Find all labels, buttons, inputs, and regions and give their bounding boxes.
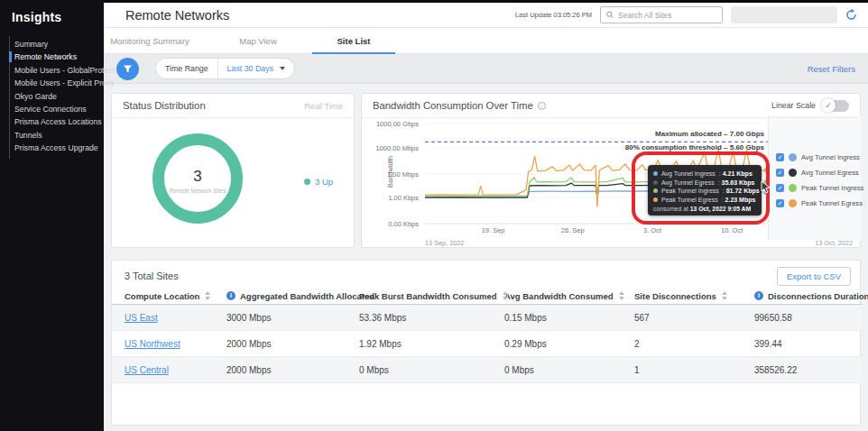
sidebar-item-prisma-access-locations[interactable]: Prisma Access Locations	[14, 115, 104, 128]
sidebar-item-mobile-users-explicit-proxy[interactable]: Mobile Users - Explicit Proxy	[14, 77, 104, 89]
site-count-caption: Remote Network Sites	[152, 188, 243, 194]
checkbox-checked-icon[interactable]	[776, 184, 784, 192]
filter-button[interactable]	[116, 58, 139, 80]
sort-icon[interactable]	[619, 291, 625, 300]
site-link-us-northwest[interactable]: US Northwest	[125, 339, 180, 349]
table-title: 3 Total Sites	[125, 271, 179, 281]
tooltip-series-dot	[653, 171, 658, 176]
export-to-csv-button[interactable]: Export to CSV	[777, 267, 851, 286]
sort-icon[interactable]	[205, 291, 211, 300]
threshold-annotation: 80% consumption threshold – 5.60 Gbps	[625, 143, 764, 151]
app-header: Remote Networks Last Update 03:05:26 PM	[104, 3, 868, 28]
info-icon[interactable]	[226, 291, 235, 300]
col-site-disconnections[interactable]: Site Disconnections	[634, 291, 754, 301]
search-input[interactable]	[618, 11, 716, 20]
sidebar-item-mobile-users-globalprotect[interactable]: Mobile Users - GlobalProtect	[14, 64, 104, 77]
funnel-icon	[123, 64, 133, 74]
sidebar-item-summary[interactable]: Summary	[14, 38, 104, 50]
time-range-pill: Time Range Last 30 Days	[155, 58, 295, 79]
bandwidth-card-header: Bandwidth Consumption Over Time Linear S…	[362, 94, 860, 118]
tab-monitoring-summary[interactable]: Monitoring Summary	[108, 28, 191, 53]
col-avg-bandwidth-consumed[interactable]: Avg Bandwidth Consumed	[504, 291, 634, 301]
status-card-header: Status Distribution Real Time	[112, 94, 354, 118]
y-tick-label: 1000.00 Mbps	[375, 144, 419, 152]
sidebar: Insights Summary Remote Networks Mobile …	[0, 0, 104, 431]
chevron-down-icon[interactable]	[280, 67, 285, 70]
toggle-knob	[821, 98, 836, 113]
table-row: US East 3000 Mbps 53.36 Mbps 0.15 Mbps 5…	[112, 305, 862, 331]
col-compute-location[interactable]: Compute Location	[125, 291, 226, 301]
table-header-row: Compute Location Aggregated Bandwidth Al…	[112, 288, 862, 305]
sort-icon[interactable]	[722, 291, 728, 300]
sites-table: Compute Location Aggregated Bandwidth Al…	[112, 288, 862, 383]
tooltip-series-dot	[653, 197, 658, 202]
table-row: US Central 2000 Mbps 0 Mbps 0 Mbps 1 358…	[112, 357, 862, 383]
site-search[interactable]	[600, 6, 723, 23]
x-range-start-date: 13 Sep, 2022	[425, 239, 464, 247]
series-color-dot	[789, 184, 797, 192]
info-icon[interactable]	[754, 291, 763, 300]
max-allocated-annotation: Maximum allocated – 7.00 Gbps	[655, 130, 764, 138]
status-legend[interactable]: 3 Up	[304, 177, 333, 187]
series-color-dot	[789, 169, 797, 177]
sort-icon[interactable]	[503, 291, 504, 300]
up-status-dot	[304, 179, 310, 185]
sidebar-item-remote-networks[interactable]: Remote Networks	[14, 50, 104, 63]
series-color-dot	[789, 199, 797, 207]
search-icon	[606, 11, 614, 19]
y-axis-title: Bandwidth	[386, 156, 394, 188]
legend-item-peak-tunnel-egress[interactable]: Peak Tunnel Egress	[776, 196, 863, 211]
checkbox-checked-icon[interactable]	[776, 153, 784, 161]
site-link-us-east[interactable]: US East	[125, 313, 158, 323]
x-tick-label: 10. Oct	[721, 226, 743, 234]
legend-item-avg-tunnel-egress[interactable]: Avg Tunnel Egress	[776, 165, 863, 180]
reset-filters-link[interactable]: Reset Filters	[808, 64, 855, 74]
linear-scale-label: Linear Scale	[771, 101, 816, 110]
sidebar-item-tunnels[interactable]: Tunnels	[14, 129, 104, 142]
real-time-badge: Real Time	[304, 101, 343, 111]
col-aggregated-bandwidth-allocated[interactable]: Aggregated Bandwidth Allocated	[226, 291, 359, 301]
x-tick-label: 26. Sep	[561, 226, 585, 234]
y-tick-label: 1000.00 Gbps	[376, 120, 419, 128]
refresh-icon[interactable]	[845, 9, 857, 21]
tooltip-series-dot	[653, 188, 658, 193]
tenant-selector-redacted[interactable]	[731, 6, 837, 23]
checkbox-checked-icon[interactable]	[776, 199, 784, 207]
bandwidth-consumption-card: Bandwidth Consumption Over Time Linear S…	[361, 93, 861, 248]
info-icon[interactable]	[538, 102, 546, 110]
tab-bar: Monitoring Summary Map View Site List	[104, 28, 868, 54]
filter-bar: Time Range Last 30 Days Reset Filters	[104, 54, 868, 84]
tooltip-series-dot	[653, 180, 658, 185]
donut-center: 3 Remote Network Sites	[152, 168, 243, 194]
sidebar-item-service-connections[interactable]: Service Connections	[14, 103, 104, 115]
x-range-end-date: 13 Oct, 2022	[815, 239, 853, 247]
col-disconnections-duration[interactable]: Disconnections Duration	[754, 291, 862, 301]
tab-site-list[interactable]: Site List	[312, 28, 395, 53]
table-row: US Northwest 2000 Mbps 1.92 Mbps 0.29 Mb…	[112, 331, 862, 357]
x-tick-label: 19. Sep	[482, 226, 505, 234]
time-range-value[interactable]: Last 30 Days	[218, 64, 280, 73]
y-tick-label: 0.00 Kbps	[388, 220, 419, 228]
legend-item-avg-tunnel-ingress[interactable]: Avg Tunnel Ingress	[776, 150, 863, 165]
status-distribution-card: Status Distribution Real Time 3 Remote N…	[111, 93, 355, 248]
sidebar-item-okyo-garde[interactable]: Okyo Garde	[14, 90, 104, 103]
sidebar-menu: Summary Remote Networks Mobile Users - G…	[9, 36, 104, 159]
linear-scale-toggle[interactable]	[822, 100, 849, 112]
checkbox-checked-icon[interactable]	[776, 169, 784, 177]
tab-map-view[interactable]: Map View	[231, 28, 285, 53]
sidebar-item-prisma-access-upgrade[interactable]: Prisma Access Upgrade	[14, 142, 104, 154]
page-title: Remote Networks	[125, 8, 229, 23]
sites-table-card: 3 Total Sites Export to CSV Compute Loca…	[111, 260, 861, 426]
x-tick-label: 3. Oct	[643, 226, 662, 234]
y-tick-label: 1.00 Kbps	[388, 194, 419, 202]
legend-item-peak-tunnel-ingress[interactable]: Peak Tunnel Ingress	[776, 180, 863, 196]
bandwidth-card-title: Bandwidth Consumption Over Time	[373, 100, 533, 111]
up-status-label: 3 Up	[315, 177, 333, 187]
last-update-text: Last Update 03:05:26 PM	[515, 11, 592, 19]
col-peak-burst-bandwidth-consumed[interactable]: Peak Burst Bandwidth Consumed	[359, 291, 504, 301]
sidebar-title: Insights	[0, 0, 104, 36]
series-color-dot	[789, 153, 797, 161]
site-link-us-central[interactable]: US Central	[125, 365, 169, 375]
time-range-label: Time Range	[156, 64, 217, 73]
status-card-title: Status Distribution	[123, 100, 206, 111]
